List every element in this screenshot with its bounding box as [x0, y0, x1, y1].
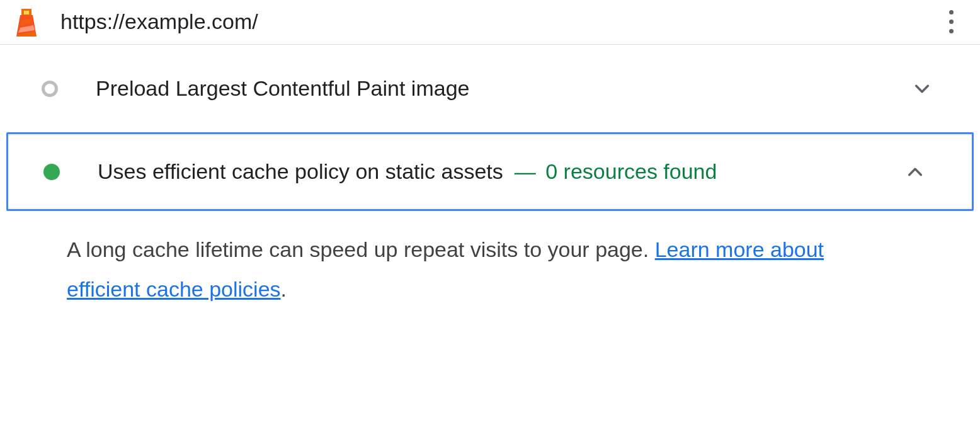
audit-row-cache-policy[interactable]: Uses efficient cache policy on static as…	[6, 132, 974, 211]
audit-result: — 0 resources found	[515, 159, 717, 184]
chevron-down-icon	[913, 80, 931, 98]
kebab-dot-icon	[949, 29, 954, 33]
report-url: https://example.com/	[60, 9, 938, 34]
status-pass-icon	[43, 164, 60, 180]
audit-title: Preload Largest Contentful Paint image	[96, 76, 469, 101]
svg-rect-1	[24, 11, 29, 14]
audit-list: Preload Largest Contentful Paint image U…	[0, 45, 980, 334]
lighthouse-logo-icon	[11, 6, 42, 37]
audit-title: Uses efficient cache policy on static as…	[98, 159, 503, 184]
kebab-dot-icon	[949, 20, 954, 24]
audit-row-preload-lcp[interactable]: Preload Largest Contentful Paint image	[38, 62, 942, 115]
chevron-up-icon	[906, 163, 924, 181]
report-header: https://example.com/	[0, 0, 980, 45]
result-dash: —	[515, 159, 536, 183]
more-menu-button[interactable]	[938, 6, 964, 37]
description-period: .	[281, 277, 287, 301]
kebab-dot-icon	[949, 10, 954, 14]
description-text: A long cache lifetime can speed up repea…	[67, 237, 655, 261]
result-text: 0 resources found	[545, 159, 717, 183]
audit-description: A long cache lifetime can speed up repea…	[38, 211, 942, 334]
status-neutral-icon	[42, 81, 58, 97]
